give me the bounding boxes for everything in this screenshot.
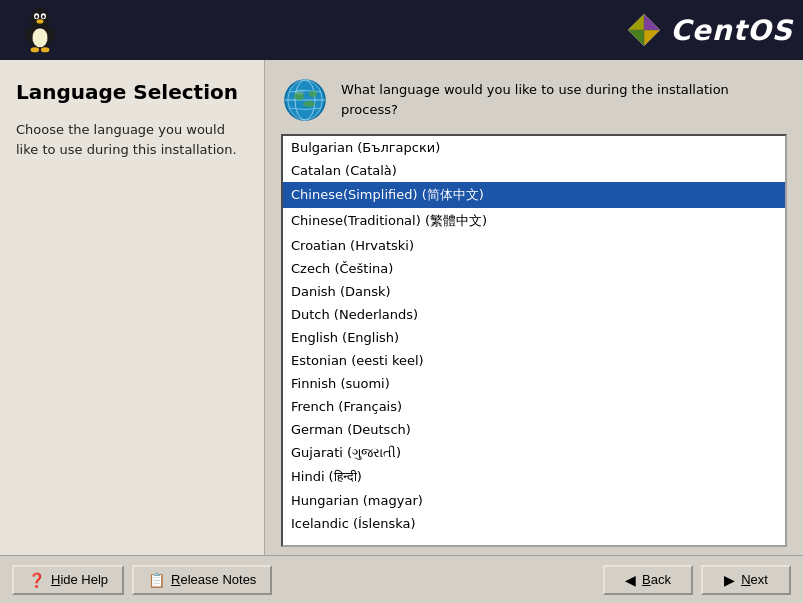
globe-icon bbox=[281, 76, 329, 124]
next-button[interactable]: ▶ Next bbox=[701, 565, 791, 595]
panel-title: Language Selection bbox=[16, 80, 248, 104]
help-icon: ❓ bbox=[28, 572, 45, 588]
release-notes-button[interactable]: 📋 Release Notes bbox=[132, 565, 272, 595]
hide-help-label: Hide Help bbox=[51, 572, 108, 587]
back-icon: ◀ bbox=[625, 572, 636, 588]
tux-logo bbox=[10, 5, 70, 55]
list-item[interactable]: Dutch (Nederlands) bbox=[283, 303, 785, 326]
panel-description: Choose the language you would like to us… bbox=[16, 120, 248, 159]
list-item[interactable]: Gujarati (ગુજરાતી) bbox=[283, 441, 785, 465]
list-item[interactable]: Hungarian (magyar) bbox=[283, 489, 785, 512]
svg-point-9 bbox=[41, 47, 50, 52]
back-label: Back bbox=[642, 572, 671, 587]
svg-point-5 bbox=[35, 15, 38, 18]
list-item[interactable]: Icelandic (Íslenska) bbox=[283, 512, 785, 535]
list-item[interactable]: Chinese(Simplified) (简体中文) bbox=[283, 182, 785, 208]
svg-point-8 bbox=[31, 47, 40, 52]
footer-right: ◀ Back ▶ Next bbox=[603, 565, 791, 595]
footer-left: ❓ Hide Help 📋 Release Notes bbox=[12, 565, 272, 595]
language-list[interactable]: Bulgarian (Български)Catalan (Català)Chi… bbox=[283, 136, 785, 545]
left-panel: Language Selection Choose the language y… bbox=[0, 60, 265, 555]
back-button[interactable]: ◀ Back bbox=[603, 565, 693, 595]
list-item[interactable]: English (English) bbox=[283, 326, 785, 349]
hide-help-button[interactable]: ❓ Hide Help bbox=[12, 565, 124, 595]
release-notes-label: Release Notes bbox=[171, 572, 256, 587]
list-item[interactable]: Finnish (suomi) bbox=[283, 372, 785, 395]
svg-point-1 bbox=[32, 28, 47, 47]
list-item[interactable]: Czech (Čeština) bbox=[283, 257, 785, 280]
svg-point-2 bbox=[31, 8, 50, 29]
question-area: What language would you like to use duri… bbox=[265, 60, 803, 134]
centos-brand-text: CentOS bbox=[670, 14, 793, 47]
footer: ❓ Hide Help 📋 Release Notes ◀ Back ▶ Nex… bbox=[0, 555, 803, 603]
list-item[interactable]: Croatian (Hrvatski) bbox=[283, 234, 785, 257]
right-panel: What language would you like to use duri… bbox=[265, 60, 803, 555]
header: CentOS bbox=[0, 0, 803, 60]
svg-point-29 bbox=[303, 101, 315, 107]
svg-point-7 bbox=[37, 19, 44, 23]
list-item[interactable]: German (Deutsch) bbox=[283, 418, 785, 441]
main-content: Language Selection Choose the language y… bbox=[0, 60, 803, 555]
language-list-container[interactable]: Bulgarian (Български)Catalan (Català)Chi… bbox=[281, 134, 787, 547]
notes-icon: 📋 bbox=[148, 572, 165, 588]
centos-logo: CentOS bbox=[626, 12, 793, 48]
list-item[interactable]: Chinese(Traditional) (繁體中文) bbox=[283, 208, 785, 234]
svg-point-30 bbox=[309, 91, 317, 97]
list-item[interactable]: Danish (Dansk) bbox=[283, 280, 785, 303]
list-item[interactable]: Estonian (eesti keel) bbox=[283, 349, 785, 372]
tux-icon bbox=[16, 6, 64, 54]
list-item[interactable]: French (Français) bbox=[283, 395, 785, 418]
list-item[interactable]: Hindi (हिन्दी) bbox=[283, 465, 785, 489]
list-item[interactable]: Catalan (Català) bbox=[283, 159, 785, 182]
next-label: Next bbox=[741, 572, 768, 587]
centos-gem-icon bbox=[626, 12, 662, 48]
svg-point-6 bbox=[42, 15, 45, 18]
question-text: What language would you like to use duri… bbox=[341, 76, 787, 119]
svg-point-31 bbox=[295, 89, 305, 95]
list-item[interactable]: Bulgarian (Български) bbox=[283, 136, 785, 159]
next-icon: ▶ bbox=[724, 572, 735, 588]
